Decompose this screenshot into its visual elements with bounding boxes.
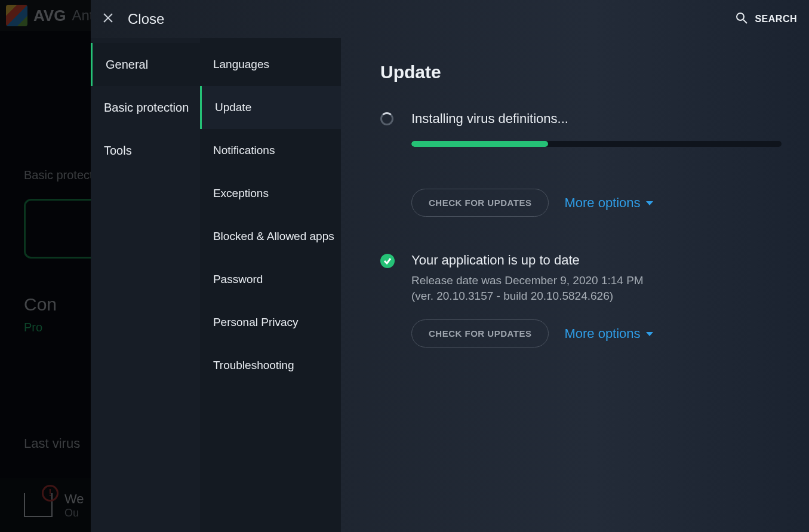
- close-icon: [103, 13, 113, 26]
- nav1-general[interactable]: General: [91, 43, 200, 86]
- close-label: Close: [128, 11, 164, 27]
- virus-def-row: Installing virus definitions...: [380, 111, 782, 147]
- nav2-label: Troubleshooting: [213, 359, 294, 372]
- svg-marker-4: [646, 201, 653, 205]
- settings-nav-secondary: Languages Update Notifications Exception…: [200, 38, 341, 532]
- nav1-label: General: [106, 58, 148, 72]
- progress-bar: [411, 141, 782, 147]
- content-area: Update Installing virus definitions... C…: [341, 38, 809, 532]
- more-options-dropdown-1[interactable]: More options: [564, 195, 653, 211]
- check-updates-button-1[interactable]: CHECK FOR UPDATES: [411, 189, 549, 217]
- nav2-troubleshooting[interactable]: Troubleshooting: [200, 344, 341, 387]
- nav2-personal-privacy[interactable]: Personal Privacy: [200, 301, 341, 344]
- page-title: Update: [380, 62, 782, 82]
- nav1-basic-protection[interactable]: Basic protection: [91, 86, 200, 129]
- settings-nav-primary: General Basic protection Tools: [91, 38, 200, 532]
- svg-line-3: [743, 20, 747, 23]
- svg-marker-5: [646, 332, 653, 336]
- nav2-label: Password: [213, 273, 263, 286]
- more-options-dropdown-2[interactable]: More options: [564, 326, 653, 342]
- chevron-down-icon: [645, 195, 654, 211]
- app-uptodate-row: Your application is up to date Release d…: [380, 253, 782, 303]
- nav2-update[interactable]: Update: [200, 86, 341, 129]
- nav2-notifications[interactable]: Notifications: [200, 129, 341, 172]
- check-updates-button-2[interactable]: CHECK FOR UPDATES: [411, 319, 549, 348]
- search-icon: [736, 12, 748, 26]
- panel-header: Close SEARCH: [91, 0, 809, 38]
- nav1-label: Basic protection: [104, 101, 189, 115]
- search-button[interactable]: SEARCH: [736, 12, 797, 26]
- nav2-label: Languages: [213, 58, 269, 71]
- nav1-tools[interactable]: Tools: [91, 129, 200, 172]
- nav2-label: Update: [215, 101, 251, 114]
- svg-point-2: [737, 13, 744, 20]
- app-uptodate-title: Your application is up to date: [411, 253, 782, 268]
- more-options-label: More options: [564, 195, 640, 211]
- virus-def-status: Installing virus definitions...: [411, 111, 782, 127]
- nav2-label: Notifications: [213, 144, 275, 157]
- search-label: SEARCH: [755, 14, 797, 24]
- app-actions: CHECK FOR UPDATES More options: [411, 319, 782, 348]
- nav2-label: Blocked & Allowed apps: [213, 229, 334, 244]
- virus-def-actions: CHECK FOR UPDATES More options: [411, 189, 782, 217]
- panel-body: General Basic protection Tools Languages…: [91, 38, 809, 532]
- close-button[interactable]: Close: [103, 11, 164, 27]
- nav2-label: Exceptions: [213, 187, 269, 200]
- nav2-exceptions[interactable]: Exceptions: [200, 172, 341, 215]
- version-text: (ver. 20.10.3157 - build 20.10.5824.626): [411, 290, 782, 303]
- nav2-blocked-allowed[interactable]: Blocked & Allowed apps: [200, 215, 341, 258]
- nav2-password[interactable]: Password: [200, 258, 341, 301]
- settings-panel: Close SEARCH General Basic protection To…: [91, 0, 809, 532]
- check-circle-icon: [380, 254, 395, 268]
- release-date-text: Release date was December 9, 2020 1:14 P…: [411, 274, 782, 287]
- more-options-label: More options: [564, 326, 640, 342]
- progress-fill: [411, 141, 548, 147]
- chevron-down-icon: [645, 326, 654, 342]
- spinner-icon: [380, 112, 395, 127]
- nav2-label: Personal Privacy: [213, 316, 299, 329]
- nav1-label: Tools: [104, 144, 132, 158]
- nav2-languages[interactable]: Languages: [200, 43, 341, 86]
